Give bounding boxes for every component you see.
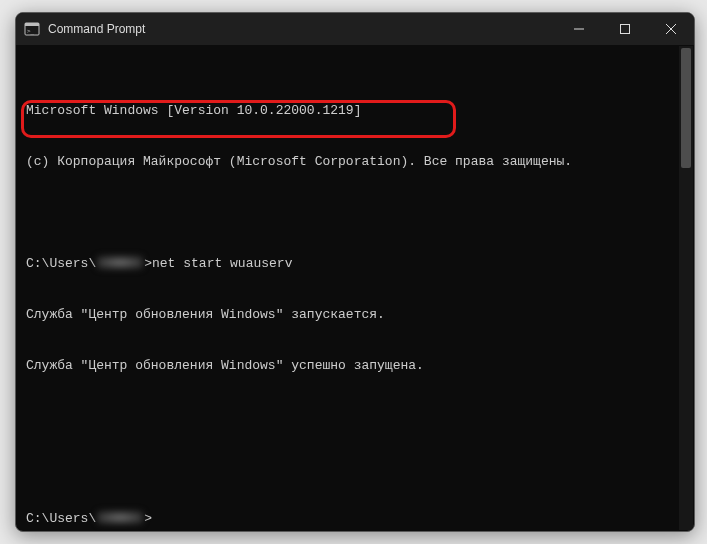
redacted-username xyxy=(97,256,143,269)
svg-rect-1 xyxy=(25,23,39,26)
prompt-prefix: C:\Users\ xyxy=(26,256,96,271)
prompt-suffix: > xyxy=(144,511,152,526)
svg-text:>_: >_ xyxy=(27,27,35,35)
prompt-line: C:\Users\>net start wuauserv xyxy=(26,255,684,272)
command-prompt-window: >_ Command Prompt Microsoft Windows [Ver… xyxy=(15,12,695,532)
titlebar[interactable]: >_ Command Prompt xyxy=(16,13,694,45)
output-line: Служба "Центр обновления Windows" запуск… xyxy=(26,306,684,323)
window-controls xyxy=(556,13,694,45)
terminal-output[interactable]: Microsoft Windows [Version 10.0.22000.12… xyxy=(16,45,694,531)
command-text: >net start wuauserv xyxy=(144,256,292,271)
svg-rect-4 xyxy=(621,25,630,34)
output-line xyxy=(26,204,684,221)
prompt-line: C:\Users\> xyxy=(26,510,684,527)
redacted-username xyxy=(97,511,143,524)
close-button[interactable] xyxy=(648,13,694,45)
maximize-button[interactable] xyxy=(602,13,648,45)
output-line: Служба "Центр обновления Windows" успешн… xyxy=(26,357,684,374)
output-line xyxy=(26,459,684,476)
window-title: Command Prompt xyxy=(48,22,556,36)
prompt-prefix: C:\Users\ xyxy=(26,511,96,526)
output-line: (c) Корпорация Майкрософт (Microsoft Cor… xyxy=(26,153,684,170)
output-line: Microsoft Windows [Version 10.0.22000.12… xyxy=(26,102,684,119)
output-line xyxy=(26,408,684,425)
minimize-button[interactable] xyxy=(556,13,602,45)
cmd-icon: >_ xyxy=(24,21,40,37)
